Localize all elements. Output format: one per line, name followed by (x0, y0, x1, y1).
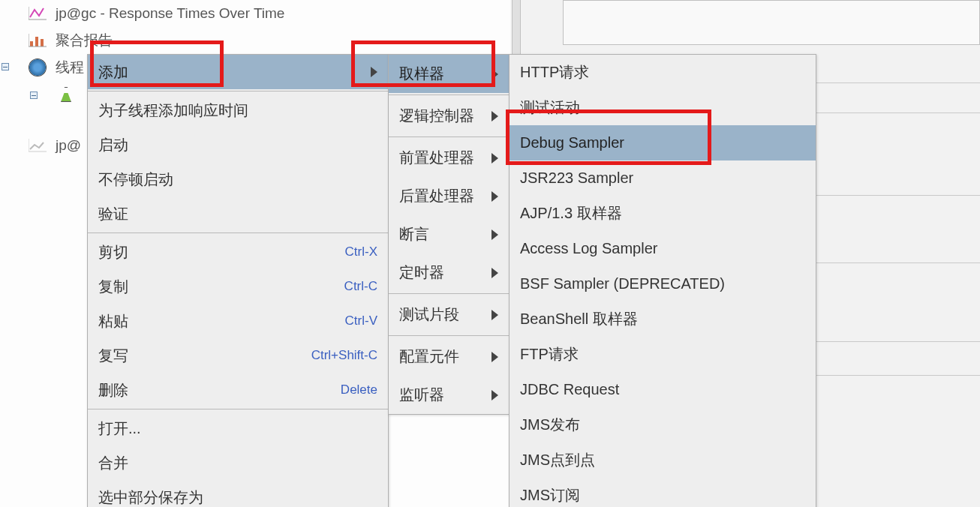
menu-separator (389, 335, 509, 336)
menu-label: 删除 (98, 380, 296, 400)
menu-label: BSF Sampler (DEPRECATED) (520, 275, 805, 292)
menu-label: 打开... (98, 418, 377, 439)
menu-label: 复制 (98, 277, 299, 297)
menu-label: 测试活动 (520, 98, 805, 118)
submenu-arrow-icon (492, 230, 498, 240)
menu-label: 启动 (98, 135, 377, 155)
menu-add[interactable]: 添加 (88, 55, 388, 89)
flask-icon (56, 86, 77, 103)
menu-access-log-sampler[interactable]: Access Log Sampler (510, 231, 816, 266)
menu-logic-controller[interactable]: 逻辑控制器 (389, 97, 509, 135)
menu-jms-subscriber[interactable]: JMS订阅 (510, 478, 816, 507)
menu-copy[interactable]: 复制 Ctrl-C (88, 269, 388, 304)
menu-debug-sampler[interactable]: Debug Sampler (510, 125, 816, 160)
menu-label: AJP/1.3 取样器 (520, 203, 805, 224)
menu-ftp-request[interactable]: FTP请求 (510, 337, 816, 372)
menu-label: 定时器 (399, 262, 476, 283)
menu-config-element[interactable]: 配置元件 (389, 338, 509, 376)
menu-cut[interactable]: 剪切 Ctrl-X (88, 235, 388, 269)
menu-http-request[interactable]: HTTP请求 (510, 55, 816, 90)
menu-delete[interactable]: 删除 Delete (88, 373, 388, 407)
menu-jms-p2p[interactable]: JMS点到点 (510, 442, 816, 478)
menu-listener[interactable]: 监听器 (389, 376, 509, 414)
menu-merge[interactable]: 合并 (88, 446, 388, 480)
tree-label: jp@gc - Response Times Over Time (56, 5, 284, 22)
context-menu: 添加 为子线程添加响应时间 启动 不停顿启动 验证 剪切 Ctrl-X 复制 C… (87, 54, 389, 507)
menu-paste[interactable]: 粘贴 Ctrl-V (88, 304, 388, 338)
menu-separator (389, 94, 509, 95)
menu-shortcut: Ctrl+Shift-C (311, 348, 377, 363)
menu-shortcut: Ctrl-V (345, 314, 377, 328)
menu-label: 不停顿启动 (98, 170, 377, 190)
menu-separator (88, 409, 388, 410)
menu-save-selection-as[interactable]: 选中部分保存为 (88, 480, 388, 507)
svg-rect-3 (35, 37, 38, 46)
menu-shortcut: Ctrl-X (345, 244, 377, 260)
menu-start[interactable]: 启动 (88, 128, 388, 162)
panel-header-box (563, 0, 980, 45)
menu-jdbc-request[interactable]: JDBC Request (510, 372, 816, 407)
menu-label: 复写 (98, 346, 266, 366)
submenu-add: 取样器 逻辑控制器 前置处理器 后置处理器 断言 定时器 测试片段 配置元件 监… (388, 54, 510, 415)
submenu-arrow-icon (371, 67, 377, 77)
tree-item-aggregate-report[interactable]: 聚合报告 (0, 27, 510, 54)
svg-rect-2 (30, 41, 33, 46)
submenu-arrow-icon (492, 69, 498, 80)
menu-label: Debug Sampler (520, 134, 805, 152)
submenu-arrow-icon (492, 111, 498, 122)
menu-label: 合并 (98, 453, 377, 473)
menu-label: FTP请求 (520, 344, 805, 364)
submenu-arrow-icon (492, 191, 498, 202)
menu-postprocessor[interactable]: 后置处理器 (389, 177, 509, 215)
menu-label: 添加 (98, 62, 356, 82)
menu-separator (389, 293, 509, 294)
menu-label: JMS发布 (520, 415, 805, 435)
tree-label: jp@ (56, 137, 81, 154)
submenu-sampler: HTTP请求 测试活动 Debug Sampler JSR223 Sampler… (509, 54, 816, 507)
menu-assertion[interactable]: 断言 (389, 215, 509, 254)
submenu-arrow-icon (492, 390, 498, 400)
menu-test-fragment[interactable]: 测试片段 (389, 296, 509, 334)
menu-ajp-sampler[interactable]: AJP/1.3 取样器 (510, 196, 816, 231)
menu-label: 粘贴 (98, 311, 300, 332)
tree-label: 线程 (56, 58, 84, 77)
menu-shortcut: Ctrl-C (344, 279, 377, 294)
menu-add-think-times[interactable]: 为子线程添加响应时间 (88, 93, 388, 128)
menu-label: 测试片段 (399, 304, 476, 325)
tree-expand-toggle[interactable] (2, 63, 9, 70)
menu-start-no-pause[interactable]: 不停顿启动 (88, 162, 388, 196)
menu-separator (389, 136, 509, 137)
chart-bar-icon (27, 32, 48, 49)
menu-open[interactable]: 打开... (88, 411, 388, 446)
menu-label: BeanShell 取样器 (520, 309, 805, 329)
menu-preprocessor[interactable]: 前置处理器 (389, 139, 509, 177)
menu-test-action[interactable]: 测试活动 (510, 90, 816, 125)
menu-label: 取样器 (399, 64, 476, 84)
tree-item-response-times[interactable]: jp@gc - Response Times Over Time (0, 0, 510, 27)
menu-label: 前置处理器 (399, 148, 476, 168)
menu-label: 监听器 (399, 385, 476, 405)
menu-sampler[interactable]: 取样器 (389, 55, 509, 93)
menu-jsr223-sampler[interactable]: JSR223 Sampler (510, 160, 816, 196)
menu-separator (88, 232, 388, 233)
menu-separator (88, 91, 388, 92)
submenu-arrow-icon (492, 153, 498, 164)
submenu-arrow-icon (492, 352, 498, 362)
menu-jms-publisher[interactable]: JMS发布 (510, 407, 816, 442)
menu-label: JSR223 Sampler (520, 170, 805, 187)
tree-expand-toggle[interactable] (30, 92, 38, 99)
menu-label: JDBC Request (520, 381, 805, 398)
menu-bsf-sampler[interactable]: BSF Sampler (DEPRECATED) (510, 266, 816, 302)
graph-icon (27, 137, 48, 154)
menu-validate[interactable]: 验证 (88, 196, 388, 231)
menu-duplicate[interactable]: 复写 Ctrl+Shift-C (88, 338, 388, 373)
chart-line-icon (27, 5, 48, 22)
menu-timer[interactable]: 定时器 (389, 254, 509, 292)
menu-label: Access Log Sampler (520, 240, 805, 257)
menu-beanshell-sampler[interactable]: BeanShell 取样器 (510, 302, 816, 337)
svg-rect-4 (41, 39, 44, 46)
menu-label: HTTP请求 (520, 62, 805, 82)
menu-label: 断言 (399, 224, 476, 244)
menu-label: JMS点到点 (520, 450, 805, 470)
menu-label: 为子线程添加响应时间 (98, 100, 377, 121)
